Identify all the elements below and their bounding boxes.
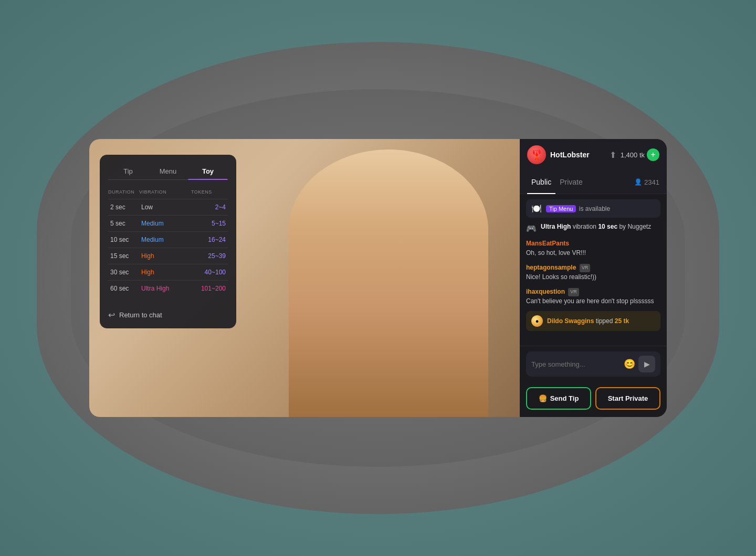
viewer-icon: 👤 — [634, 178, 642, 186]
toy-overlay-panel: Tip Menu Toy DURATION VIBRATION TOKENS 2… — [100, 155, 236, 328]
send-message-button[interactable]: ▶ — [638, 356, 655, 372]
vibration-by: by Nuggetz — [619, 223, 651, 230]
tab-toy[interactable]: Toy — [188, 163, 228, 179]
action-buttons: 🍔 Send Tip Start Private — [520, 382, 667, 417]
vibration-desc: vibration — [573, 223, 598, 230]
tab-tip[interactable]: Tip — [108, 163, 148, 179]
username-heptagonsample: heptagonsample — [526, 264, 576, 271]
tip-menu-badge: Tip Menu — [546, 205, 576, 212]
token-balance: 1,400 tk + — [621, 148, 659, 161]
emoji-button[interactable]: 😊 — [624, 358, 635, 370]
chat-input[interactable] — [531, 360, 621, 368]
table-row[interactable]: 2 sec Low 2~4 — [108, 199, 228, 215]
vibration-message: 🎮 Ultra High vibration 10 sec by Nuggetz — [526, 223, 660, 233]
tipper-name: Dildo Swaggins — [547, 317, 594, 325]
duration-1: 2 sec — [110, 204, 139, 211]
username-ihaxquestion: ihaxquestion — [526, 288, 565, 295]
tab-public[interactable]: Public — [527, 176, 555, 188]
username: HotLobster — [550, 151, 605, 159]
vibration-icon: 🎮 — [526, 223, 537, 233]
tokens-6: 101~200 — [189, 285, 226, 292]
user-msg-3: ihaxquestion VR Can't believe you are he… — [526, 287, 660, 306]
toy-table-header: DURATION VIBRATION TOKENS — [108, 187, 228, 199]
tab-menu[interactable]: Menu — [148, 163, 188, 179]
vr-badge-2: VR — [568, 288, 579, 296]
vibration-level: Ultra High — [541, 223, 571, 230]
system-msg-icon: 🍽️ — [531, 204, 542, 213]
chat-header: 🦞 HotLobster ⬆ 1,400 tk + — [520, 139, 667, 170]
video-section: Tip Menu Toy DURATION VIBRATION TOKENS 2… — [89, 139, 520, 417]
table-row[interactable]: 5 sec Medium 5~15 — [108, 215, 228, 231]
duration-4: 15 sec — [110, 252, 139, 260]
return-icon: ↩ — [108, 310, 115, 320]
viewer-count: 👤 2341 — [634, 178, 659, 186]
tip-text: Dildo Swaggins tipped 25 tk — [547, 317, 629, 325]
vibration-4: High — [141, 252, 187, 260]
tip-amount: 25 tk — [615, 317, 629, 325]
start-private-button[interactable]: Start Private — [595, 387, 660, 410]
input-row: 😊 ▶ — [526, 351, 660, 377]
tip-notification: ● Dildo Swaggins tipped 25 tk — [526, 311, 660, 331]
tab-private[interactable]: Private — [555, 176, 587, 188]
is-available-text: is available — [579, 205, 610, 212]
header-duration: DURATION — [108, 189, 137, 195]
msg-text-1: Oh, so hot, love VR!!! — [526, 249, 586, 256]
duration-6: 60 sec — [110, 285, 139, 292]
send-tip-icon: 🍔 — [539, 394, 547, 402]
header-tokens: TOKENS — [191, 189, 228, 195]
person-visual — [289, 149, 488, 417]
vibration-3: Medium — [141, 236, 187, 243]
tokens-5: 40~100 — [189, 269, 226, 276]
msg-text-3: Can't believe you are here don't stop pl… — [526, 297, 654, 305]
viewer-number: 2341 — [644, 178, 659, 186]
tip-coin-icon: ● — [531, 315, 543, 327]
tipped-text: tipped — [596, 317, 615, 325]
vibration-text: Ultra High vibration 10 sec by Nuggetz — [541, 223, 651, 230]
vibration-duration: 10 sec — [598, 223, 617, 230]
system-tip-menu-msg: 🍽️ Tip Menu is available — [526, 199, 660, 218]
return-label: Return to chat — [119, 311, 162, 319]
duration-3: 10 sec — [110, 236, 139, 243]
header-vibration: VIBRATION — [139, 189, 189, 195]
vibration-5: High — [141, 269, 187, 276]
send-tip-label: Send Tip — [550, 394, 579, 402]
username-manseatpants: MansEatPants — [526, 240, 569, 247]
vibration-1: Low — [141, 204, 187, 211]
chat-messages: 🍽️ Tip Menu is available 🎮 Ultra High vi… — [520, 194, 667, 346]
duration-5: 30 sec — [110, 269, 139, 276]
table-row[interactable]: 15 sec High 25~39 — [108, 248, 228, 264]
token-amount: 1,400 tk — [621, 151, 645, 159]
chat-input-area: 😊 ▶ — [520, 346, 667, 382]
vibration-6: Ultra High — [141, 285, 187, 292]
tokens-4: 25~39 — [189, 252, 226, 260]
duration-2: 5 sec — [110, 220, 139, 227]
logout-icon[interactable]: ⬆ — [610, 150, 616, 160]
toy-table: DURATION VIBRATION TOKENS 2 sec Low 2~4 … — [108, 187, 228, 296]
table-row[interactable]: 10 sec Medium 16~24 — [108, 231, 228, 248]
table-row[interactable]: 30 sec High 40~100 — [108, 264, 228, 280]
main-content: Tip Menu Toy DURATION VIBRATION TOKENS 2… — [89, 139, 667, 417]
tokens-1: 2~4 — [189, 204, 226, 211]
msg-text-2: Nice! Looks so realistic!)) — [526, 273, 596, 281]
tab-row: Tip Menu Toy — [108, 163, 228, 180]
chat-panel: 🦞 HotLobster ⬆ 1,400 tk + Public Private… — [520, 139, 667, 417]
return-to-chat-button[interactable]: ↩ Return to chat — [108, 304, 228, 320]
add-tokens-button[interactable]: + — [647, 148, 659, 161]
vr-badge-1: VR — [580, 264, 591, 272]
send-tip-button[interactable]: 🍔 Send Tip — [526, 387, 591, 410]
vibration-2: Medium — [141, 220, 187, 227]
avatar: 🦞 — [527, 145, 546, 164]
user-msg-2: heptagonsample VR Nice! Looks so realist… — [526, 263, 660, 282]
chat-tabs-row: Public Private 👤 2341 — [520, 170, 667, 194]
system-msg-text: Tip Menu is available — [546, 205, 610, 212]
table-row[interactable]: 60 sec Ultra High 101~200 — [108, 280, 228, 296]
tokens-3: 16~24 — [189, 236, 226, 243]
tokens-2: 5~15 — [189, 220, 226, 227]
user-msg-1: MansEatPants Oh, so hot, love VR!!! — [526, 239, 660, 258]
